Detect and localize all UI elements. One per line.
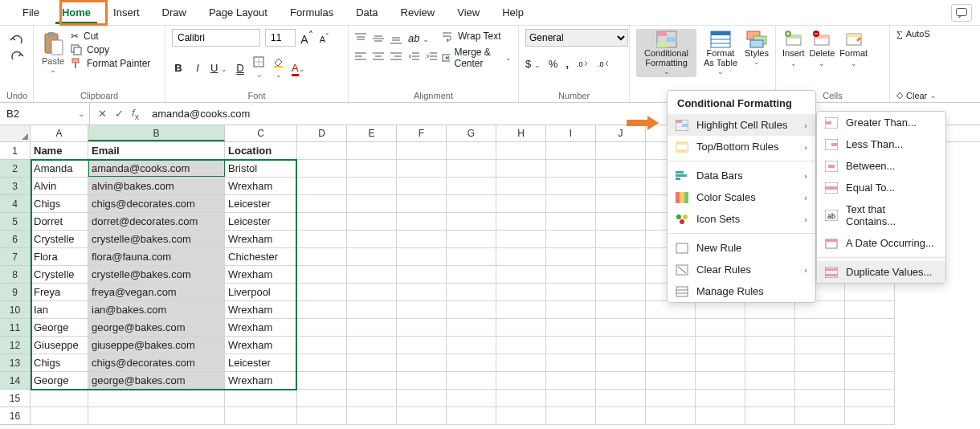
cell[interactable] xyxy=(646,390,696,407)
cell[interactable] xyxy=(297,178,347,195)
cell[interactable] xyxy=(596,337,646,354)
cell[interactable] xyxy=(347,266,397,284)
cell[interactable] xyxy=(447,372,496,390)
row-header[interactable]: 7 xyxy=(0,248,31,266)
cell[interactable] xyxy=(696,407,745,425)
cell[interactable] xyxy=(397,284,447,301)
cell[interactable]: Liverpool xyxy=(225,284,297,301)
cell[interactable] xyxy=(546,407,596,425)
wrap-text-button[interactable]: Wrap Text xyxy=(442,31,512,42)
cell[interactable] xyxy=(496,213,546,231)
tab-view[interactable]: View xyxy=(446,2,491,23)
cell[interactable] xyxy=(496,372,546,390)
cell[interactable]: Wrexham xyxy=(225,301,297,319)
align-right-icon[interactable] xyxy=(390,51,402,62)
cell[interactable] xyxy=(696,301,745,319)
cell[interactable] xyxy=(496,337,546,354)
submenu-duplicate-values[interactable]: Duplicate Values... xyxy=(817,261,945,283)
cell[interactable] xyxy=(745,354,795,372)
cell[interactable] xyxy=(795,337,845,354)
cell[interactable] xyxy=(546,213,596,231)
cell[interactable] xyxy=(297,195,347,213)
submenu-between[interactable]: Between... xyxy=(817,155,945,177)
cell[interactable]: Wrexham xyxy=(225,178,297,195)
align-bottom-icon[interactable] xyxy=(390,33,402,44)
cell[interactable] xyxy=(297,160,347,178)
cell[interactable] xyxy=(447,213,496,231)
row-header[interactable]: 2 xyxy=(0,160,31,178)
cell[interactable] xyxy=(546,248,596,266)
tab-home[interactable]: Home xyxy=(51,2,102,23)
submenu-text-contains[interactable]: abText that Contains... xyxy=(817,198,945,232)
cell[interactable] xyxy=(596,372,646,390)
decrease-font-icon[interactable]: A˅ xyxy=(318,31,331,44)
cell[interactable] xyxy=(347,231,397,248)
cell[interactable]: Giuseppe xyxy=(31,337,88,354)
submenu-equal-to[interactable]: Equal To... xyxy=(817,177,945,198)
name-box[interactable]: B2⌄ xyxy=(0,103,90,125)
align-left-icon[interactable] xyxy=(355,51,366,62)
cell[interactable] xyxy=(596,231,646,248)
tab-draw[interactable]: Draw xyxy=(151,2,198,23)
cell[interactable] xyxy=(397,195,447,213)
cut-button[interactable]: ✂Cut xyxy=(71,31,150,42)
cell[interactable]: George xyxy=(31,319,88,337)
cell[interactable]: Wrexham xyxy=(225,231,297,248)
cell[interactable] xyxy=(347,213,397,231)
borders-button[interactable]: ⌄ xyxy=(253,56,266,80)
cell[interactable] xyxy=(596,354,646,372)
insert-cells-button[interactable]: Insert⌄ xyxy=(782,29,805,67)
select-all-corner[interactable] xyxy=(0,125,31,141)
cell[interactable] xyxy=(397,178,447,195)
cell[interactable] xyxy=(795,372,845,390)
font-size-select[interactable] xyxy=(265,29,296,47)
cell[interactable] xyxy=(646,407,696,425)
cell[interactable] xyxy=(845,354,895,372)
cell[interactable] xyxy=(31,407,88,425)
double-underline-button[interactable]: D xyxy=(234,62,247,74)
cell[interactable] xyxy=(845,390,895,407)
tab-help[interactable]: Help xyxy=(491,2,535,23)
increase-indent-icon[interactable] xyxy=(426,51,437,62)
cell[interactable] xyxy=(447,301,496,319)
decrease-indent-icon[interactable] xyxy=(408,51,419,62)
col-header-A[interactable]: A xyxy=(31,125,88,141)
align-middle-icon[interactable] xyxy=(373,33,384,44)
underline-button[interactable]: U ⌄ xyxy=(210,62,227,74)
cell[interactable] xyxy=(745,407,795,425)
cell[interactable] xyxy=(447,178,496,195)
cell[interactable] xyxy=(397,301,447,319)
cell[interactable] xyxy=(397,372,447,390)
cell[interactable] xyxy=(347,337,397,354)
cancel-formula-icon[interactable]: ✕ xyxy=(98,108,107,120)
cell[interactable] xyxy=(496,231,546,248)
cell[interactable]: Alvin xyxy=(31,178,88,195)
col-header-E[interactable]: E xyxy=(347,125,397,141)
cell[interactable]: Leicester xyxy=(225,213,297,231)
cell[interactable] xyxy=(397,160,447,178)
cell[interactable] xyxy=(347,195,397,213)
cell[interactable] xyxy=(397,231,447,248)
cell[interactable] xyxy=(596,390,646,407)
cell[interactable]: dorret@decorates.com xyxy=(88,213,225,231)
row-header[interactable]: 9 xyxy=(0,284,31,301)
cell[interactable] xyxy=(347,407,397,425)
tab-review[interactable]: Review xyxy=(390,2,447,23)
conditional-formatting-button[interactable]: Conditional Formatting⌄ xyxy=(636,29,696,77)
menu-new-rule[interactable]: New Rule xyxy=(668,237,815,259)
col-header-B[interactable]: B xyxy=(88,125,225,141)
cell[interactable]: giuseppe@bakes.com xyxy=(88,337,225,354)
cell[interactable]: freya@vegan.com xyxy=(88,284,225,301)
cell[interactable] xyxy=(496,160,546,178)
cell[interactable]: crystelle@bakes.com xyxy=(88,266,225,284)
cell[interactable] xyxy=(297,301,347,319)
cell[interactable] xyxy=(297,319,347,337)
row-header[interactable]: 10 xyxy=(0,301,31,319)
format-painter-button[interactable]: Format Painter xyxy=(71,58,150,69)
row-header[interactable]: 11 xyxy=(0,319,31,337)
cell[interactable] xyxy=(546,231,596,248)
tab-data[interactable]: Data xyxy=(345,2,389,23)
menu-top-bottom-rules[interactable]: Top/Bottom Rules› xyxy=(668,136,815,157)
cell[interactable] xyxy=(347,390,397,407)
cell[interactable] xyxy=(546,266,596,284)
